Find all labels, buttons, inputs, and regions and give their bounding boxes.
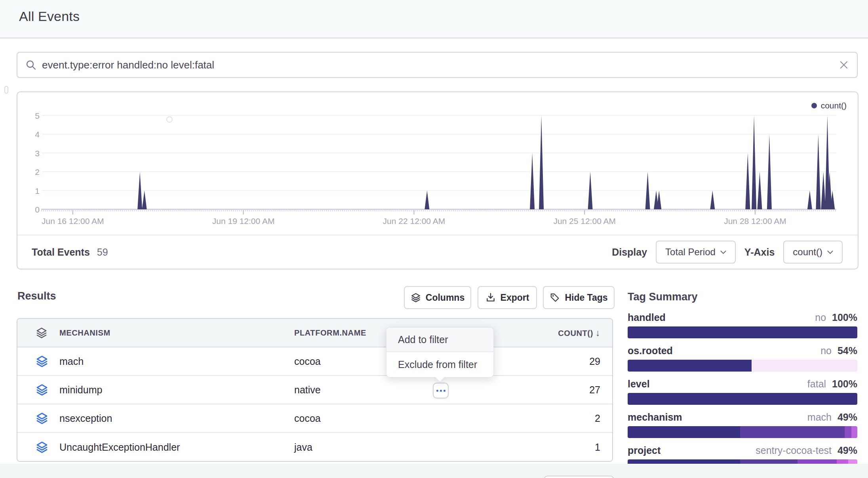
cell-actions-ellipsis-button[interactable] [433, 383, 449, 398]
table-row[interactable]: UncaughtExceptionHandlerjava1 [17, 433, 612, 461]
tag-distribution-bar[interactable] [628, 393, 857, 405]
display-label: Display [612, 247, 647, 258]
yaxis-dropdown-value: count() [793, 247, 822, 258]
tag-summary-title: Tag Summary [628, 291, 857, 303]
layers-icon [36, 412, 48, 425]
chart-legend[interactable]: count() [811, 101, 847, 110]
chevron-down-icon [720, 250, 726, 254]
tag-bar-segment [628, 426, 740, 438]
total-events-value: 59 [97, 247, 108, 258]
tag-name: os.rooted [628, 345, 673, 357]
total-events-label: Total Events [32, 247, 90, 258]
tag-name: project [628, 445, 661, 456]
svg-text:Jun 19 12:00 AM: Jun 19 12:00 AM [212, 216, 275, 226]
svg-text:Jun 28 12:00 AM: Jun 28 12:00 AM [724, 216, 786, 226]
svg-text:4: 4 [35, 130, 40, 139]
tag-distribution-bar[interactable] [628, 326, 857, 338]
menu-item-add-to-filter[interactable]: Add to filter [386, 328, 493, 352]
tag-block-handled: handled no 100% [628, 312, 857, 338]
legend-series-label: count() [821, 101, 847, 110]
cell-mechanism[interactable]: minidump [59, 384, 294, 396]
download-icon [485, 292, 496, 303]
sort-desc-icon: ↓ [596, 328, 600, 338]
tag-block-os.rooted: os.rooted no 54% [628, 345, 857, 372]
tag-bar-segment [628, 326, 857, 338]
all-events-page: { "page_title": "All Events", "search": … [0, 0, 868, 478]
cell-count: 2 [513, 413, 612, 424]
yaxis-label: Y-Axis [744, 247, 775, 258]
legend-series-dot [811, 103, 817, 108]
tag-distribution-bar[interactable] [628, 426, 857, 438]
hide-tags-button-label: Hide Tags [565, 292, 607, 303]
cell-platform-name[interactable]: java [294, 442, 513, 453]
svg-text:0: 0 [35, 205, 40, 214]
layers-icon [36, 383, 48, 396]
tag-name: handled [628, 312, 666, 323]
tag-name: mechanism [628, 412, 682, 423]
cell-mechanism[interactable]: UncaughtExceptionHandler [59, 442, 294, 453]
tag-block-level: level fatal 100% [628, 378, 857, 405]
table-row[interactable]: machcocoa29 [17, 347, 612, 376]
chevron-down-icon [827, 250, 833, 254]
left-edge-handle[interactable] [4, 86, 8, 94]
cell-platform-name[interactable]: cocoa [294, 413, 513, 424]
table-body: machcocoa29 minidumpnative27 nsexception… [17, 347, 612, 461]
tag-bar-segment [740, 426, 845, 438]
tag-list: handled no 100% os.rooted no 54% level f… [628, 312, 857, 471]
ellipsis-dot [444, 390, 445, 392]
tag-top-value: fatal 100% [807, 378, 857, 390]
cell-mechanism[interactable]: mach [59, 356, 294, 367]
search-input[interactable] [42, 59, 839, 71]
cell-count: 29 [513, 356, 612, 367]
cell-count: 1 [513, 442, 612, 453]
table-row[interactable]: minidumpnative27 [17, 376, 612, 404]
search-bar [17, 52, 858, 78]
cell-platform-name[interactable]: native [294, 384, 513, 396]
svg-text:Jun 25 12:00 AM: Jun 25 12:00 AM [553, 216, 616, 226]
display-dropdown[interactable]: Total Period [656, 241, 736, 264]
display-dropdown-value: Total Period [665, 247, 716, 258]
layers-icon [36, 355, 48, 368]
tag-bar-segment [851, 426, 857, 438]
svg-text:1: 1 [35, 186, 40, 195]
columns-button[interactable]: Columns [404, 286, 471, 309]
tag-top-value: no 54% [820, 345, 857, 357]
tag-bar-segment [628, 360, 752, 372]
tag-top-value: mach 49% [807, 412, 857, 423]
layers-icon[interactable] [36, 327, 48, 339]
tag-top-value: no 100% [815, 312, 857, 323]
hide-tags-button[interactable]: Hide Tags [543, 286, 615, 309]
tag-block-mechanism: mechanism mach 49% [628, 412, 857, 438]
page-bottom-band [0, 464, 868, 478]
pagination-buttons[interactable] [544, 476, 614, 478]
tag-name: level [628, 378, 650, 390]
page-title: All Events [19, 9, 80, 24]
svg-text:3: 3 [35, 149, 40, 158]
tag-bar-segment [752, 360, 857, 372]
table-row[interactable]: nsexceptioncocoa2 [17, 404, 612, 433]
svg-text:5: 5 [35, 111, 40, 120]
results-table: MECHANISM PLATFORM.NAME COUNT()↓ machcoc… [17, 318, 613, 462]
count-header-label: COUNT() [558, 329, 593, 338]
layers-icon [411, 292, 421, 303]
column-header-count[interactable]: COUNT()↓ [513, 328, 612, 338]
tag-distribution-bar[interactable] [628, 360, 857, 372]
cell-context-menu: Add to filter Exclude from filter [386, 327, 494, 377]
yaxis-dropdown[interactable]: count() [783, 241, 843, 264]
svg-text:Jun 16 12:00 AM: Jun 16 12:00 AM [42, 216, 104, 226]
table-header-row: MECHANISM PLATFORM.NAME COUNT()↓ [17, 319, 612, 347]
columns-button-label: Columns [426, 292, 464, 303]
events-spike-chart[interactable]: 012345Jun 16 12:00 AMJun 19 12:00 AMJun … [17, 92, 859, 233]
export-button[interactable]: Export [478, 286, 537, 309]
tag-bar-segment [628, 393, 857, 405]
tag-bar-segment [845, 426, 851, 438]
events-chart-panel: count() 012345Jun 16 12:00 AMJun 19 12:0… [17, 91, 858, 269]
cell-count: 27 [513, 384, 612, 396]
layers-icon [36, 441, 48, 453]
search-icon [25, 59, 36, 70]
clear-search-icon[interactable] [839, 60, 849, 70]
chart-footer: Total Events 59 Display Total Period Y-A… [17, 235, 858, 269]
column-header-mechanism[interactable]: MECHANISM [59, 328, 294, 338]
tag-summary-panel: Tag Summary handled no 100% os.rooted no… [628, 291, 857, 478]
cell-mechanism[interactable]: nsexception [59, 413, 294, 424]
